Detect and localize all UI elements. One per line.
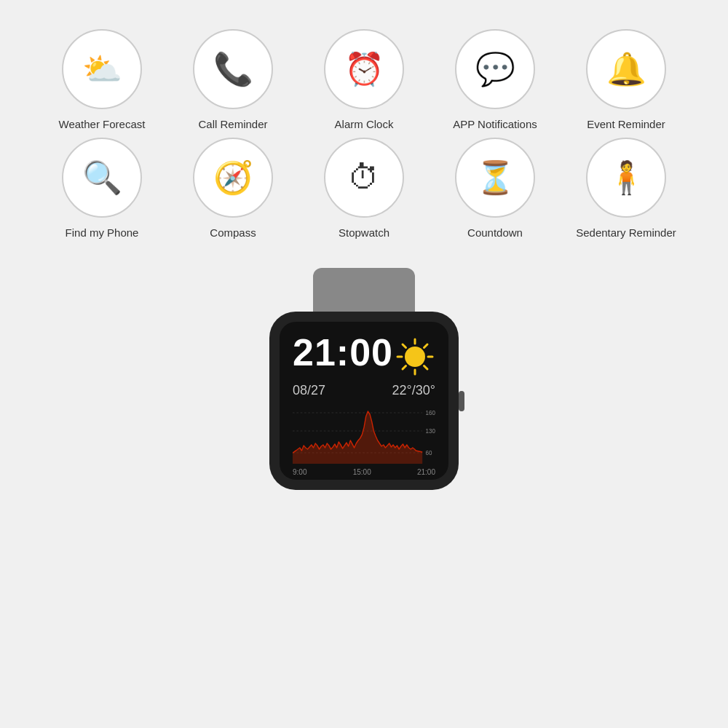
features-section: ⛅Weather Forecast📞Call Reminder⏰Alarm Cl… <box>0 0 728 253</box>
chart-time-start: 9:00 <box>293 468 306 476</box>
sun-icon <box>395 336 435 377</box>
feature-item-countdown: ⏳Countdown <box>433 138 557 239</box>
stopwatch-icon: ⏱ <box>348 159 380 196</box>
find-my-phone-label: Find my Phone <box>66 226 139 239</box>
watch-screen: 21:00 <box>280 322 448 480</box>
watch-date: 08/27 <box>293 383 325 398</box>
chart-time-labels: 9:00 15:00 21:00 <box>293 468 435 476</box>
compass-icon: 🧭 <box>213 159 253 197</box>
alarm-clock-label: Alarm Clock <box>335 118 394 130</box>
svg-point-0 <box>405 347 425 367</box>
chart-label-160: 160 <box>426 409 435 417</box>
chart-svg: 160 130 60 <box>293 405 435 464</box>
feature-circle-event-reminder: 🔔 <box>586 29 666 109</box>
watch-bottom-row: 08/27 22°/30° <box>293 383 435 398</box>
feature-item-sedentary-reminder: 🧍Sedentary Reminder <box>564 138 688 239</box>
feature-circle-compass: 🧭 <box>193 138 273 218</box>
side-button <box>459 391 464 411</box>
watch-top-row: 21:00 <box>293 333 435 380</box>
features-grid: ⛅Weather Forecast📞Call Reminder⏰Alarm Cl… <box>36 29 692 239</box>
weather-forecast-icon: ⛅ <box>82 50 122 88</box>
svg-line-8 <box>403 366 406 370</box>
chart-label-60: 60 <box>426 449 432 457</box>
svg-line-5 <box>403 344 406 348</box>
weather-forecast-label: Weather Forecast <box>59 118 146 130</box>
feature-item-find-my-phone: 🔍Find my Phone <box>40 138 164 239</box>
alarm-clock-icon: ⏰ <box>344 50 384 88</box>
app-notifications-label: APP Notifications <box>453 118 537 130</box>
countdown-icon: ⏳ <box>475 159 515 197</box>
watch-sun <box>395 336 435 380</box>
feature-item-compass: 🧭Compass <box>171 138 295 239</box>
stopwatch-label: Stopwatch <box>339 226 389 239</box>
chart-time-mid: 15:00 <box>353 468 371 476</box>
feature-circle-find-my-phone: 🔍 <box>62 138 142 218</box>
feature-circle-sedentary-reminder: 🧍 <box>586 138 666 218</box>
feature-circle-stopwatch: ⏱ <box>324 138 404 218</box>
feature-item-app-notifications: 💬APP Notifications <box>433 29 557 130</box>
chart-time-end: 21:00 <box>417 468 435 476</box>
feature-circle-weather-forecast: ⛅ <box>62 29 142 109</box>
heart-rate-chart: 160 130 60 9:00 15:00 21:00 <box>293 405 435 471</box>
compass-label: Compass <box>210 226 256 239</box>
features-row-1: ⛅Weather Forecast📞Call Reminder⏰Alarm Cl… <box>36 29 692 130</box>
svg-line-7 <box>424 344 428 348</box>
event-reminder-label: Event Reminder <box>587 118 665 130</box>
feature-item-stopwatch: ⏱Stopwatch <box>302 138 426 239</box>
watch-section: 21:00 <box>0 268 728 490</box>
find-my-phone-icon: 🔍 <box>82 159 122 197</box>
watch-time: 21:00 <box>293 333 393 371</box>
watch-temp: 22°/30° <box>392 383 435 398</box>
watch-outer: 21:00 <box>248 268 480 490</box>
countdown-label: Countdown <box>467 226 523 239</box>
app-notifications-icon: 💬 <box>475 50 515 88</box>
chart-label-130: 130 <box>426 427 435 435</box>
sedentary-reminder-icon: 🧍 <box>606 159 646 197</box>
sedentary-reminder-label: Sedentary Reminder <box>576 226 676 239</box>
feature-item-alarm-clock: ⏰Alarm Clock <box>302 29 426 130</box>
feature-circle-app-notifications: 💬 <box>455 29 535 109</box>
feature-circle-call-reminder: 📞 <box>193 29 273 109</box>
svg-line-6 <box>424 366 428 370</box>
features-row-2: 🔍Find my Phone🧭Compass⏱Stopwatch⏳Countdo… <box>36 138 692 239</box>
svg-marker-12 <box>293 411 422 464</box>
feature-circle-countdown: ⏳ <box>455 138 535 218</box>
call-reminder-icon: 📞 <box>213 50 253 88</box>
watch-body: 21:00 <box>269 312 459 490</box>
feature-circle-alarm-clock: ⏰ <box>324 29 404 109</box>
event-reminder-icon: 🔔 <box>606 50 646 88</box>
feature-item-event-reminder: 🔔Event Reminder <box>564 29 688 130</box>
feature-item-call-reminder: 📞Call Reminder <box>171 29 295 130</box>
feature-item-weather-forecast: ⛅Weather Forecast <box>40 29 164 130</box>
call-reminder-label: Call Reminder <box>198 118 267 130</box>
strap-top <box>313 268 415 312</box>
